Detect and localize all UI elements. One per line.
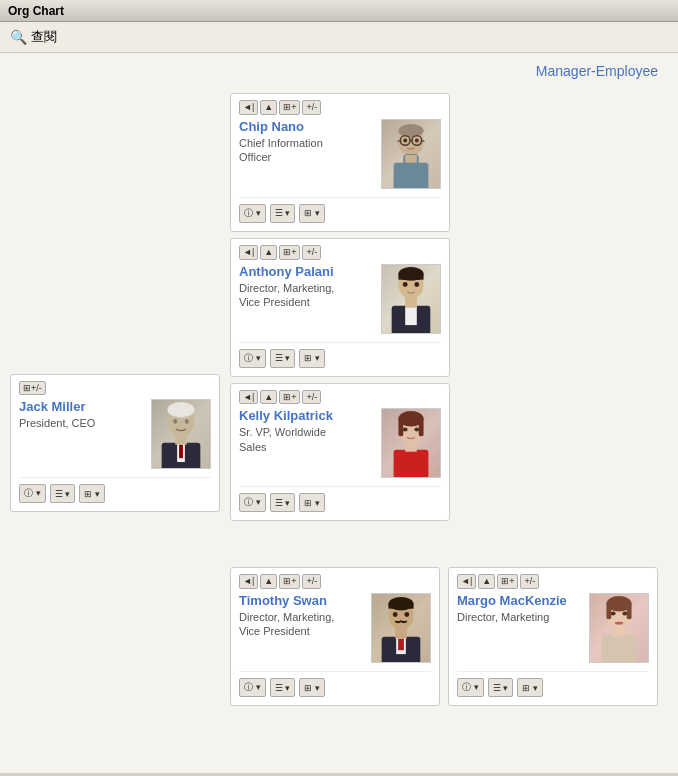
chip-back-btn[interactable]: ◄| bbox=[239, 100, 258, 115]
jack-title: President, CEO bbox=[19, 416, 143, 430]
anthony-up-btn[interactable]: ▲ bbox=[260, 245, 277, 260]
card-margo: ◄| ▲ ⊞+ +/- Margo MacKenzie Director, Ma… bbox=[448, 567, 658, 706]
svg-point-52 bbox=[615, 622, 623, 625]
svg-rect-39 bbox=[388, 604, 413, 609]
anthony-expand-btn[interactable]: +/- bbox=[302, 245, 321, 260]
anthony-title2: Vice President bbox=[239, 295, 373, 309]
svg-point-2 bbox=[173, 419, 177, 424]
chip-info: Chip Nano Chief Information Officer bbox=[239, 119, 373, 165]
svg-point-24 bbox=[414, 282, 419, 287]
chip-up-btn[interactable]: ▲ bbox=[260, 100, 277, 115]
svg-point-41 bbox=[404, 612, 409, 617]
svg-rect-35 bbox=[394, 450, 429, 478]
svg-point-34 bbox=[414, 428, 419, 432]
chip-title1: Chief Information bbox=[239, 136, 373, 150]
margo-title1: Director, Marketing bbox=[457, 610, 581, 624]
kelly-info: Kelly Kilpatrick Sr. VP, Worldwide Sales bbox=[239, 408, 373, 454]
svg-rect-28 bbox=[405, 297, 417, 308]
bottom-row: ◄| ▲ ⊞+ +/- Timothy Swan Director, Marke… bbox=[230, 567, 668, 706]
kelly-expand-btn[interactable]: +/- bbox=[302, 390, 321, 405]
anthony-photo bbox=[381, 264, 441, 334]
kelly-back-btn[interactable]: ◄| bbox=[239, 390, 258, 405]
svg-point-33 bbox=[403, 428, 408, 432]
jack-info: Jack Miller President, CEO bbox=[19, 399, 143, 430]
margo-name: Margo MacKenzie bbox=[457, 593, 581, 608]
kelly-info-btn[interactable]: ⓘ ▾ bbox=[239, 493, 266, 512]
margo-forward-btn[interactable]: ⊞+ bbox=[497, 574, 518, 589]
timothy-content: Timothy Swan Director, Marketing, Vice P… bbox=[239, 593, 431, 663]
timothy-photo bbox=[371, 593, 431, 663]
margo-info: Margo MacKenzie Director, Marketing bbox=[457, 593, 581, 624]
anthony-tree-btn[interactable]: ⊞ ▾ bbox=[299, 349, 325, 368]
svg-rect-45 bbox=[395, 628, 407, 639]
chip-top-toolbar: ◄| ▲ ⊞+ +/- bbox=[239, 100, 441, 115]
card-kelly: ◄| ▲ ⊞+ +/- Kelly Kilpatrick Sr. VP, Wor… bbox=[230, 383, 450, 522]
anthony-back-btn[interactable]: ◄| bbox=[239, 245, 258, 260]
kelly-name: Kelly Kilpatrick bbox=[239, 408, 373, 423]
toolbar-search-label: 查閱 bbox=[31, 28, 57, 46]
anthony-list-btn[interactable]: ☰ ▾ bbox=[270, 349, 296, 368]
right-panel: ◄| ▲ ⊞+ +/- Chip Nano Chief Information … bbox=[230, 63, 668, 763]
svg-point-23 bbox=[403, 282, 408, 287]
chip-tree-btn[interactable]: ⊞ ▾ bbox=[299, 204, 325, 223]
timothy-forward-btn[interactable]: ⊞+ bbox=[279, 574, 300, 589]
svg-rect-48 bbox=[606, 602, 611, 619]
jack-info-btn[interactable]: ⓘ ▾ bbox=[19, 484, 46, 503]
svg-rect-32 bbox=[419, 417, 424, 436]
svg-point-3 bbox=[185, 419, 189, 424]
svg-rect-36 bbox=[405, 442, 417, 452]
margo-back-btn[interactable]: ◄| bbox=[457, 574, 476, 589]
timothy-back-btn[interactable]: ◄| bbox=[239, 574, 258, 589]
jack-list-btn[interactable]: ☰ ▾ bbox=[50, 484, 76, 503]
main-area: Manager-Employee ⊞+/- Jack Miller Presid… bbox=[0, 53, 678, 773]
svg-point-16 bbox=[415, 138, 419, 142]
svg-rect-53 bbox=[602, 635, 637, 663]
timothy-name: Timothy Swan bbox=[239, 593, 363, 608]
chip-name: Chip Nano bbox=[239, 119, 373, 134]
svg-rect-7 bbox=[175, 435, 187, 445]
svg-rect-19 bbox=[405, 155, 417, 163]
jack-expand-btn[interactable]: ⊞+/- bbox=[19, 381, 46, 396]
svg-point-1 bbox=[167, 402, 194, 417]
chip-list-btn[interactable]: ☰ ▾ bbox=[270, 204, 296, 223]
kelly-bottom-toolbar: ⓘ ▾ ☰ ▾ ⊞ ▾ bbox=[239, 486, 441, 512]
timothy-up-btn[interactable]: ▲ bbox=[260, 574, 277, 589]
chip-forward-btn[interactable]: ⊞+ bbox=[279, 100, 300, 115]
margo-content: Margo MacKenzie Director, Marketing bbox=[457, 593, 649, 663]
chip-info-btn[interactable]: ⓘ ▾ bbox=[239, 204, 266, 223]
svg-rect-22 bbox=[398, 273, 423, 279]
left-panel: ⊞+/- Jack Miller President, CEO bbox=[10, 63, 220, 763]
margo-bottom-toolbar: ⓘ ▾ ☰ ▾ ⊞ ▾ bbox=[457, 671, 649, 697]
svg-rect-44 bbox=[398, 639, 404, 651]
svg-point-9 bbox=[398, 124, 423, 138]
timothy-expand-btn[interactable]: +/- bbox=[302, 574, 321, 589]
anthony-top-toolbar: ◄| ▲ ⊞+ +/- bbox=[239, 245, 441, 260]
card-jack: ⊞+/- Jack Miller President, CEO bbox=[10, 374, 220, 513]
anthony-content: Anthony Palani Director, Marketing, Vice… bbox=[239, 264, 441, 334]
margo-info-btn[interactable]: ⓘ ▾ bbox=[457, 678, 484, 697]
chart-type-label: Manager-Employee bbox=[536, 63, 658, 79]
margo-list-btn[interactable]: ☰ ▾ bbox=[488, 678, 514, 697]
timothy-list-btn[interactable]: ☰ ▾ bbox=[270, 678, 296, 697]
jack-tree-btn[interactable]: ⊞ ▾ bbox=[79, 484, 105, 503]
timothy-info-btn[interactable]: ⓘ ▾ bbox=[239, 678, 266, 697]
svg-rect-6 bbox=[179, 445, 183, 459]
timothy-tree-btn[interactable]: ⊞ ▾ bbox=[299, 678, 325, 697]
kelly-tree-btn[interactable]: ⊞ ▾ bbox=[299, 493, 325, 512]
margo-tree-btn[interactable]: ⊞ ▾ bbox=[517, 678, 543, 697]
anthony-forward-btn[interactable]: ⊞+ bbox=[279, 245, 300, 260]
margo-up-btn[interactable]: ▲ bbox=[478, 574, 495, 589]
kelly-forward-btn[interactable]: ⊞+ bbox=[279, 390, 300, 405]
svg-rect-54 bbox=[613, 627, 625, 637]
anthony-info-btn[interactable]: ⓘ ▾ bbox=[239, 349, 266, 368]
kelly-list-btn[interactable]: ☰ ▾ bbox=[270, 493, 296, 512]
card-timothy: ◄| ▲ ⊞+ +/- Timothy Swan Director, Marke… bbox=[230, 567, 440, 706]
kelly-title2: Sales bbox=[239, 440, 373, 454]
card-anthony: ◄| ▲ ⊞+ +/- Anthony Palani Director, Mar… bbox=[230, 238, 450, 377]
chip-expand-btn[interactable]: +/- bbox=[302, 100, 321, 115]
kelly-up-btn[interactable]: ▲ bbox=[260, 390, 277, 405]
margo-expand-btn[interactable]: +/- bbox=[520, 574, 539, 589]
chip-content: Chip Nano Chief Information Officer bbox=[239, 119, 441, 189]
chip-photo bbox=[381, 119, 441, 189]
svg-point-40 bbox=[393, 612, 398, 617]
